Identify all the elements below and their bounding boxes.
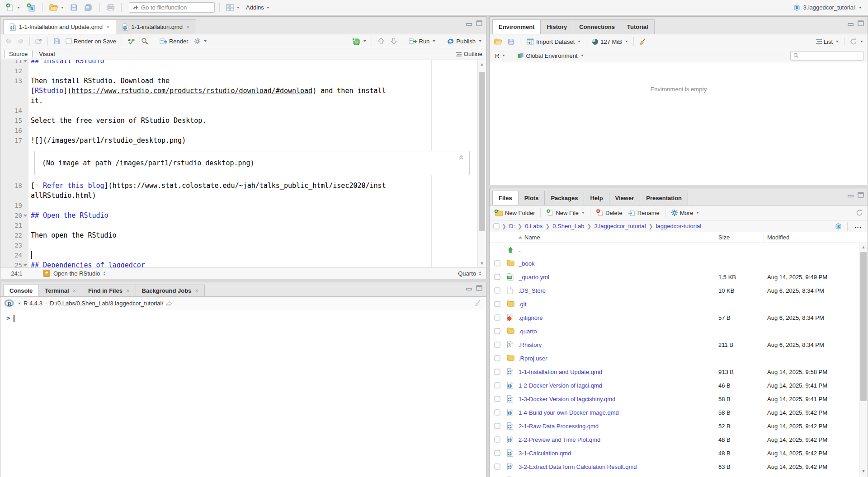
close-tab-icon[interactable]: ×: [186, 23, 190, 30]
breadcrumb-link[interactable]: 0.Shen_Lab: [552, 223, 584, 229]
working-directory[interactable]: D:/0.Labs/0.Shen_Lab/3.laggedcor_tutoria…: [50, 300, 163, 307]
editor-tab-1-1-installation-qmd[interactable]: 1-1-installation.qmd×: [116, 19, 196, 34]
visual-mode-toggle[interactable]: Visual: [34, 50, 59, 58]
editor-line[interactable]: 22Then open the RStudio: [0, 230, 486, 240]
console-tab-find-in-files[interactable]: Find in Files×: [82, 285, 136, 296]
file-checkbox[interactable]: [494, 260, 500, 267]
file-checkbox[interactable]: [494, 463, 500, 470]
file-checkbox[interactable]: [494, 341, 500, 348]
r-version-caret[interactable]: [18, 303, 21, 304]
file-checkbox[interactable]: [494, 423, 500, 429]
popout-button[interactable]: [34, 37, 43, 45]
file-checkbox[interactable]: [494, 328, 500, 334]
console-tab-console[interactable]: Console: [3, 285, 39, 296]
source-mode-toggle[interactable]: Source: [4, 50, 33, 58]
memory-usage-button[interactable]: 127 MiB: [590, 37, 629, 46]
files-scrollbar[interactable]: ▲ ▼: [859, 243, 868, 477]
close-tab-icon[interactable]: ×: [73, 287, 76, 294]
file-checkbox[interactable]: [494, 409, 500, 416]
render-settings-button[interactable]: [193, 37, 208, 46]
file-name-link[interactable]: .quarto: [519, 328, 537, 335]
minimize-pane-icon[interactable]: [466, 285, 472, 291]
editor-scrollbar-thumb[interactable]: [479, 72, 485, 231]
file-name-link[interactable]: .DS_Store: [519, 287, 546, 294]
close-tab-icon[interactable]: ×: [195, 287, 198, 294]
outline-button[interactable]: Outline: [456, 51, 482, 57]
scroll-up-arrow[interactable]: ▲: [478, 61, 486, 68]
collapse-preview-icon[interactable]: [458, 155, 464, 160]
file-checkbox[interactable]: [494, 314, 500, 321]
run-button[interactable]: Run: [407, 37, 437, 46]
editor-line[interactable]: 20## Open the RStudio: [0, 210, 486, 220]
save-workspace-button[interactable]: [506, 37, 516, 46]
env-tab-history[interactable]: History: [540, 19, 573, 34]
files-tab-files[interactable]: Files: [492, 191, 519, 205]
editor-line[interactable]: 11## Install RStudio: [0, 60, 486, 66]
document-mode-selector[interactable]: Quarto: [458, 270, 481, 277]
open-in-explorer-icon[interactable]: [166, 301, 172, 306]
more-path-button[interactable]: ...: [853, 223, 864, 229]
editor-line[interactable]: 18[☞ Refer this blog](https://www.stat.c…: [0, 181, 486, 191]
breadcrumb-link[interactable]: 3.laggedcor_tutorial: [594, 223, 646, 229]
print-button[interactable]: [104, 3, 117, 13]
breadcrumb-link[interactable]: laggedcor-tutorial: [656, 223, 701, 229]
maximize-pane-icon[interactable]: [476, 285, 482, 291]
file-name-link[interactable]: .Rhistory: [519, 341, 542, 348]
clear-environment-button[interactable]: [638, 37, 648, 47]
editor-line[interactable]: it.: [0, 96, 486, 106]
delete-file-button[interactable]: Delete: [594, 208, 624, 218]
file-name-link[interactable]: 1-1-Installation and Update.qmd: [519, 369, 602, 375]
file-name-link[interactable]: 1-3-Docker Version of lagcishiny.qmd: [519, 396, 615, 402]
render-button[interactable]: Render: [158, 37, 190, 46]
list-view-button[interactable]: List: [815, 37, 840, 46]
breadcrumb-link[interactable]: D:: [509, 223, 515, 229]
editor-line[interactable]: 16: [0, 126, 486, 136]
console-input-area[interactable]: >: [0, 310, 486, 477]
refresh-environment-button[interactable]: [849, 37, 864, 46]
section-navigator[interactable]: # Open the RStudio: [43, 270, 106, 277]
files-tab-help[interactable]: Help: [584, 191, 609, 205]
editor-line[interactable]: 13Then install RStudio. Download the: [0, 76, 486, 86]
editor-line[interactable]: 21: [0, 220, 486, 230]
new-file-button[interactable]: [4, 2, 22, 14]
scroll-down-arrow[interactable]: ▼: [478, 260, 486, 267]
spellcheck-button[interactable]: ABC: [126, 37, 137, 46]
editor-line[interactable]: [RStudio](https://www.rstudio.com/produc…: [0, 86, 486, 96]
file-name-link[interactable]: ..: [519, 247, 522, 253]
editor-line[interactable]: 14: [0, 106, 486, 116]
save-button[interactable]: [68, 2, 80, 13]
files-tab-presentation[interactable]: Presentation: [640, 191, 688, 205]
import-dataset-button[interactable]: Import Dataset: [524, 37, 582, 46]
files-scrollbar-thumb[interactable]: [860, 252, 867, 401]
editor-line[interactable]: 15Select the free version of RStudio Des…: [0, 116, 486, 126]
editor-line[interactable]: 17![](/images/part1/rstudio_desktop.png): [0, 136, 486, 145]
console-tab-background-jobs[interactable]: Background Jobs×: [136, 285, 205, 296]
load-workspace-button[interactable]: [493, 37, 504, 46]
minimize-pane-icon[interactable]: [847, 20, 854, 26]
select-all-checkbox[interactable]: [493, 223, 500, 229]
go-previous-section-button[interactable]: [376, 37, 386, 46]
file-name-link[interactable]: 3-2-Extract Data form Calculation Result…: [519, 463, 637, 470]
file-name-link[interactable]: _book: [519, 260, 534, 267]
file-checkbox[interactable]: [494, 287, 500, 294]
environment-search-input[interactable]: [790, 51, 863, 61]
language-selector[interactable]: R: [494, 51, 506, 60]
editor-line[interactable]: 19: [0, 201, 486, 210]
clear-console-broom-icon[interactable]: [474, 299, 482, 307]
file-checkbox[interactable]: [494, 450, 500, 456]
minimize-pane-icon[interactable]: [466, 20, 472, 26]
column-header-modified[interactable]: Modified: [767, 234, 789, 241]
file-name-link[interactable]: .gitignore: [519, 314, 542, 321]
column-header-name[interactable]: Name: [519, 234, 540, 241]
scope-selector[interactable]: Global Environment: [516, 51, 585, 60]
file-name-link[interactable]: 2-1-Raw Data Processing.qmd: [519, 423, 599, 430]
find-replace-button[interactable]: [140, 37, 150, 46]
forward-button[interactable]: [16, 37, 25, 45]
insert-chunk-button[interactable]: C: [350, 37, 368, 46]
file-checkbox[interactable]: [494, 396, 500, 402]
maximize-pane-icon[interactable]: [476, 20, 482, 26]
editor-line[interactable]: 12: [0, 66, 486, 76]
file-checkbox[interactable]: [494, 369, 500, 375]
file-name-link[interactable]: .Rproj.user: [519, 355, 547, 362]
file-checkbox[interactable]: [494, 436, 500, 443]
